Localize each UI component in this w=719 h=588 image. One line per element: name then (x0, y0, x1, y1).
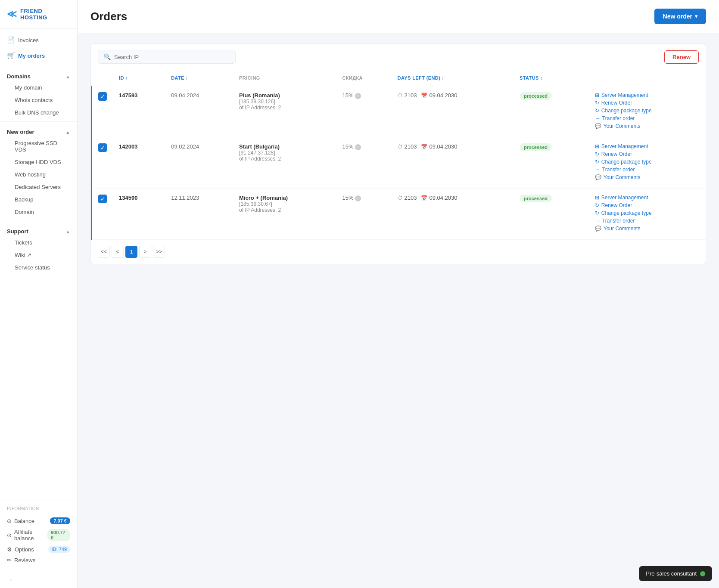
action-change-package-type[interactable]: ↻ Change package type (595, 159, 700, 165)
col-status[interactable]: STATUS (514, 70, 589, 86)
new-order-arrow: ▲ (65, 130, 70, 135)
page-last-button[interactable]: >> (153, 246, 165, 258)
options-label: ⚙ Options (7, 546, 34, 553)
action-icon: ↻ (595, 100, 599, 106)
discount-info-icon[interactable]: i (355, 195, 361, 201)
sidebar-item-wiki[interactable]: Wiki ↗ (0, 249, 77, 261)
action-change-package-type[interactable]: ↻ Change package type (595, 210, 700, 216)
action-renew-order[interactable]: ↻ Renew Order (595, 151, 700, 157)
action-icon: → (595, 115, 600, 121)
action-change-package-type[interactable]: ↻ Change package type (595, 108, 700, 114)
action-icon: → (595, 167, 600, 173)
action-server-management[interactable]: ⊞ Server Management (595, 92, 700, 98)
sidebar-item-web-hosting[interactable]: Web hosting (0, 168, 77, 181)
logo-icon: ≪ (7, 9, 17, 20)
sidebar-item-whois[interactable]: Whois contacts (0, 94, 77, 106)
sidebar-item-storage-hdd-vds[interactable]: Storage HDD VDS (0, 156, 77, 168)
row-status: processed (514, 137, 589, 189)
row-status: processed (514, 86, 589, 137)
presales-consultant[interactable]: Pre-sales consultant (639, 566, 712, 581)
action-icon: ⊞ (595, 195, 599, 201)
status-badge: processed (520, 195, 552, 202)
search-box[interactable]: 🔍 (98, 50, 236, 64)
row-discount: 15%i (336, 137, 391, 189)
page-next-button[interactable]: > (139, 246, 151, 258)
action-renew-order[interactable]: ↻ Renew Order (595, 202, 700, 208)
logout-icon: → (7, 576, 12, 583)
row-checkbox[interactable]: ✓ (98, 195, 107, 203)
action-transfer-order[interactable]: → Transfer order (595, 167, 700, 173)
sidebar-item-my-domain[interactable]: My domain (0, 81, 77, 94)
sidebar-item-bulk-dns[interactable]: Bulk DNS change (0, 106, 77, 119)
col-id[interactable]: ID (113, 70, 165, 86)
action-server-management[interactable]: ⊞ Server Management (595, 195, 700, 201)
renew-button[interactable]: Renew (664, 50, 699, 64)
discount-info-icon[interactable]: i (355, 144, 361, 150)
sidebar-item-my-orders[interactable]: 🛒 My orders (0, 48, 77, 63)
reviews-row[interactable]: ✏ Reviews (7, 555, 70, 566)
row-id: 147593 (113, 86, 165, 137)
sidebar-item-service-status[interactable]: Service status (0, 261, 77, 274)
action-transfer-order[interactable]: → Transfer order (595, 218, 700, 224)
info-section: INFORMATION ⊙ Balance 7.07 € ⊙ Affiliate… (0, 501, 77, 571)
col-days-left[interactable]: DAYS LEFT (END) (392, 70, 514, 86)
row-id: 134590 (113, 189, 165, 240)
orders-icon: 🛒 (7, 52, 15, 59)
page-current-button[interactable]: 1 (125, 246, 137, 258)
options-row: ⚙ Options ID: 749 (7, 544, 70, 555)
action-server-management[interactable]: ⊞ Server Management (595, 143, 700, 149)
row-actions: ⊞ Server Management ↻ Renew Order ↻ Chan… (589, 86, 706, 137)
row-checkbox[interactable]: ✓ (98, 143, 107, 152)
action-icon: ⊞ (595, 143, 599, 149)
logo[interactable]: ≪ FRIEND HOSTING (0, 0, 77, 29)
row-checkbox-cell: ✓ (92, 137, 113, 189)
clock-icon: ⏱ (398, 93, 403, 99)
orders-card: 🔍 Renew ID DATE PRICING СКИДКА (90, 43, 706, 264)
clock-icon: ⏱ (398, 195, 403, 201)
domains-section[interactable]: Domains ▲ (0, 69, 77, 81)
sidebar-item-dedicated-servers[interactable]: Dedicated Servers (0, 181, 77, 193)
balance-badge: 7.07 € (50, 517, 70, 524)
options-icon: ⚙ (7, 546, 12, 553)
action-icon: ↻ (595, 151, 599, 157)
page-first-button[interactable]: << (98, 246, 110, 258)
status-badge: processed (520, 92, 552, 100)
pagination: << < 1 > >> (91, 240, 706, 264)
domains-arrow: ▲ (65, 74, 70, 79)
action-renew-order[interactable]: ↻ Renew Order (595, 100, 700, 106)
presales-online-dot (700, 571, 705, 576)
table-row: ✓13459012.11.2023 Micro + (Romania) [185… (92, 189, 706, 240)
action-your-comments[interactable]: 💬 Your Comments (595, 123, 700, 129)
new-order-section[interactable]: New order ▲ (0, 124, 77, 137)
reviews-icon: ✏ (7, 557, 12, 563)
sidebar-item-backup[interactable]: Backup (0, 193, 77, 206)
sidebar-item-domain[interactable]: Domain (0, 206, 77, 218)
sidebar-item-invoices[interactable]: 📄 Invoices (0, 32, 77, 48)
action-your-comments[interactable]: 💬 Your Comments (595, 226, 700, 232)
action-icon: 💬 (595, 123, 601, 129)
support-section[interactable]: Support ▲ (0, 224, 77, 236)
row-discount: 15%i (336, 189, 391, 240)
logout-button[interactable]: → (7, 576, 70, 583)
page-prev-button[interactable]: < (112, 246, 124, 258)
search-input[interactable] (114, 54, 230, 60)
action-your-comments[interactable]: 💬 Your Comments (595, 174, 700, 180)
action-icon: ↻ (595, 202, 599, 208)
divider-3 (0, 221, 77, 221)
page-title: Orders (90, 10, 127, 23)
row-days-left: ⏱2103 📅09.04.2030 (392, 137, 514, 189)
sidebar-item-progressive-ssd-vds[interactable]: Progressive SSD VDS (0, 137, 77, 156)
action-transfer-order[interactable]: → Transfer order (595, 115, 700, 121)
discount-info-icon[interactable]: i (355, 93, 361, 99)
row-pricing: Start (Bulgaria) [91.247.37.128] of IP A… (233, 137, 336, 189)
balance-label: ⊙ Balance (7, 518, 34, 524)
new-order-button[interactable]: New order ▾ (654, 9, 706, 24)
sidebar-item-tickets[interactable]: Tickets (0, 236, 77, 249)
col-date[interactable]: DATE (165, 70, 233, 86)
action-icon: ⊞ (595, 92, 599, 98)
row-checkbox[interactable]: ✓ (98, 92, 107, 101)
search-icon: 🔍 (103, 53, 111, 60)
presales-label: Pre-sales consultant (646, 570, 697, 577)
row-checkbox-cell: ✓ (92, 189, 113, 240)
row-date: 12.11.2023 (165, 189, 233, 240)
